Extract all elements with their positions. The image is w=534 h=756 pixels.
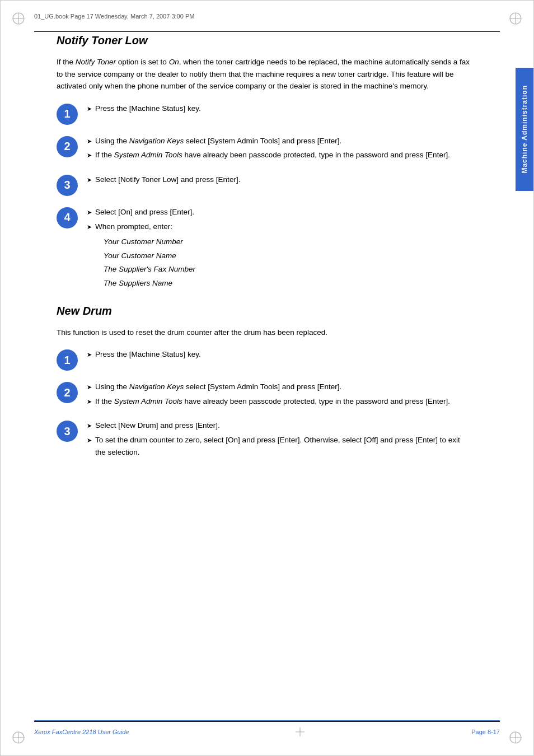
main-content: Notify Toner Low If the Notify Toner opt… [57, 34, 500, 460]
nd-step-circle-2: 2 [57, 382, 78, 403]
section1-heading: Notify Toner Low [57, 34, 472, 47]
nd-step1-line1: Press the [Machine Status] key. [87, 348, 472, 361]
step-circle-1: 1 [57, 104, 78, 125]
section1-step2: 2 Using the Navigation Keys select [Syst… [57, 135, 472, 164]
sub-item-2: Your Customer Name [104, 250, 472, 262]
sub-item-4: The Suppliers Name [104, 277, 472, 290]
nd-step3-content: Select [New Drum] and press [Enter]. To … [87, 419, 472, 460]
step2-line1: Using the Navigation Keys select [System… [87, 135, 472, 147]
side-tab: Machine Administration [516, 68, 533, 191]
step4-content: Select [On] and press [Enter]. When prom… [87, 206, 472, 291]
step1-content: Press the [Machine Status] key. [87, 102, 472, 117]
nd-step-circle-1: 1 [57, 349, 78, 371]
corner-mark-tr [508, 11, 523, 26]
section2-step2: 2 Using the Navigation Keys select [Syst… [57, 381, 472, 409]
sub-item-1: Your Customer Number [104, 236, 472, 248]
nd-step-circle-3: 3 [57, 421, 78, 442]
section2-heading: New Drum [57, 305, 472, 318]
step3-line1: Select [Notify Toner Low] and press [Ent… [87, 174, 472, 186]
step4-line2: When prompted, enter: [87, 221, 472, 233]
nd-step3-line2: To set the drum counter to zero, select … [87, 434, 472, 458]
corner-mark-tl [11, 11, 26, 26]
page-footer: Xerox FaxCentre 2218 User Guide Page 8-1… [34, 720, 500, 740]
footer-right-text: Page 8-17 [471, 729, 500, 735]
section1-step4: 4 Select [On] and press [Enter]. When pr… [57, 206, 472, 291]
border-top-line [34, 31, 500, 32]
section1-step3: 3 Select [Notify Toner Low] and press [E… [57, 174, 472, 196]
section1-intro: If the Notify Toner option is set to On,… [57, 56, 472, 92]
side-tab-label: Machine Administration [521, 85, 528, 174]
nd-step2-content: Using the Navigation Keys select [System… [87, 381, 472, 409]
sub-item-3: The Supplier's Fax Number [104, 263, 472, 276]
section1-step1: 1 Press the [Machine Status] key. [57, 102, 472, 125]
step1-line1: Press the [Machine Status] key. [87, 102, 472, 115]
step4-line1: Select [On] and press [Enter]. [87, 206, 472, 218]
section2-step3: 3 Select [New Drum] and press [Enter]. T… [57, 419, 472, 460]
section2-intro: This function is used to reset the drum … [57, 326, 472, 339]
header-meta: 01_UG.book Page 17 Wednesday, March 7, 2… [34, 13, 194, 20]
step-circle-3: 3 [57, 175, 78, 196]
footer-center-mark [292, 724, 308, 740]
step4-sublist: Your Customer Number Your Customer Name … [104, 236, 472, 289]
nd-step1-content: Press the [Machine Status] key. [87, 348, 472, 363]
nd-step2-line1: Using the Navigation Keys select [System… [87, 381, 472, 393]
corner-mark-bl [11, 730, 26, 745]
footer-left-text: Xerox FaxCentre 2218 User Guide [34, 729, 129, 735]
step2-line2: If the System Admin Tools have already b… [87, 149, 472, 161]
nd-step2-line2: If the System Admin Tools have already b… [87, 395, 472, 408]
page-container: 01_UG.book Page 17 Wednesday, March 7, 2… [0, 0, 534, 756]
section2-step1: 1 Press the [Machine Status] key. [57, 348, 472, 371]
step3-content: Select [Notify Toner Low] and press [Ent… [87, 174, 472, 188]
step-circle-2: 2 [57, 136, 78, 157]
corner-mark-br [508, 730, 523, 745]
nd-step3-line1: Select [New Drum] and press [Enter]. [87, 419, 472, 432]
step2-content: Using the Navigation Keys select [System… [87, 135, 472, 164]
step-circle-4: 4 [57, 207, 78, 228]
